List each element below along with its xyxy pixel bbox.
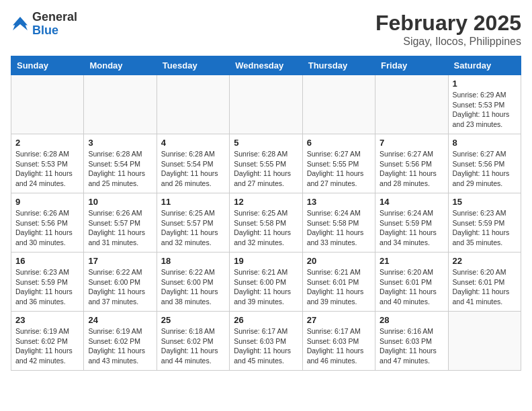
day-number: 1 — [453, 79, 517, 89]
page-header: General Blue February 2025 Sigay, Ilocos… — [11, 11, 521, 48]
day-number: 14 — [380, 197, 443, 207]
day-info: Sunrise: 6:28 AM Sunset: 5:55 PM Dayligh… — [234, 149, 298, 189]
day-number: 13 — [307, 197, 371, 207]
weekday-header-row: SundayMondayTuesdayWednesdayThursdayFrid… — [11, 56, 521, 75]
calendar-week-row: 9Sunrise: 6:26 AM Sunset: 5:56 PM Daylig… — [11, 193, 521, 253]
day-info: Sunrise: 6:21 AM Sunset: 6:00 PM Dayligh… — [234, 267, 298, 307]
logo-blue: Blue — [32, 24, 58, 37]
logo-text: General Blue — [32, 11, 77, 38]
calendar-cell: 10Sunrise: 6:26 AM Sunset: 5:57 PM Dayli… — [84, 193, 157, 253]
calendar-week-row: 1Sunrise: 6:29 AM Sunset: 5:53 PM Daylig… — [11, 75, 521, 134]
calendar-cell: 15Sunrise: 6:23 AM Sunset: 5:59 PM Dayli… — [448, 193, 521, 253]
day-info: Sunrise: 6:26 AM Sunset: 5:57 PM Dayligh… — [88, 208, 152, 248]
calendar-cell: 17Sunrise: 6:22 AM Sunset: 6:00 PM Dayli… — [84, 253, 157, 312]
day-number: 20 — [307, 256, 371, 266]
day-number: 22 — [453, 256, 517, 266]
weekday-header-friday: Friday — [375, 56, 448, 75]
calendar-cell: 26Sunrise: 6:17 AM Sunset: 6:03 PM Dayli… — [230, 312, 302, 371]
day-number: 23 — [15, 315, 79, 325]
day-number: 28 — [380, 315, 443, 325]
title-block: February 2025 Sigay, Ilocos, Philippines — [375, 11, 521, 48]
calendar-cell — [230, 75, 302, 134]
calendar-week-row: 23Sunrise: 6:19 AM Sunset: 6:02 PM Dayli… — [11, 312, 521, 371]
day-info: Sunrise: 6:28 AM Sunset: 5:54 PM Dayligh… — [88, 149, 152, 189]
day-info: Sunrise: 6:28 AM Sunset: 5:54 PM Dayligh… — [161, 149, 225, 189]
calendar-week-row: 2Sunrise: 6:28 AM Sunset: 5:53 PM Daylig… — [11, 134, 521, 193]
calendar-cell: 21Sunrise: 6:20 AM Sunset: 6:01 PM Dayli… — [375, 253, 448, 312]
day-info: Sunrise: 6:22 AM Sunset: 6:00 PM Dayligh… — [161, 267, 225, 307]
weekday-header-sunday: Sunday — [11, 56, 84, 75]
day-info: Sunrise: 6:23 AM Sunset: 5:59 PM Dayligh… — [453, 208, 517, 248]
calendar-cell: 11Sunrise: 6:25 AM Sunset: 5:57 PM Dayli… — [157, 193, 229, 253]
day-number: 6 — [307, 138, 371, 148]
day-info: Sunrise: 6:20 AM Sunset: 6:01 PM Dayligh… — [453, 267, 517, 307]
day-info: Sunrise: 6:29 AM Sunset: 5:53 PM Dayligh… — [453, 90, 517, 130]
logo: General Blue — [11, 11, 77, 38]
calendar-cell: 7Sunrise: 6:27 AM Sunset: 5:56 PM Daylig… — [375, 134, 448, 193]
day-number: 7 — [380, 138, 443, 148]
calendar-cell — [302, 75, 375, 134]
day-number: 27 — [307, 315, 371, 325]
calendar-cell: 20Sunrise: 6:21 AM Sunset: 6:01 PM Dayli… — [302, 253, 375, 312]
calendar-cell — [448, 312, 521, 371]
calendar-cell: 25Sunrise: 6:18 AM Sunset: 6:02 PM Dayli… — [157, 312, 229, 371]
day-info: Sunrise: 6:17 AM Sunset: 6:03 PM Dayligh… — [307, 326, 371, 366]
svg-marker-0 — [13, 17, 28, 30]
weekday-header-tuesday: Tuesday — [157, 56, 229, 75]
day-number: 11 — [161, 197, 225, 207]
day-info: Sunrise: 6:16 AM Sunset: 6:03 PM Dayligh… — [380, 326, 443, 366]
day-number: 4 — [161, 138, 225, 148]
weekday-header-thursday: Thursday — [302, 56, 375, 75]
logo-icon — [11, 15, 30, 34]
calendar-cell: 2Sunrise: 6:28 AM Sunset: 5:53 PM Daylig… — [11, 134, 84, 193]
day-number: 24 — [88, 315, 152, 325]
day-number: 17 — [88, 256, 152, 266]
day-number: 19 — [234, 256, 298, 266]
month-title: February 2025 — [375, 11, 521, 36]
location-subtitle: Sigay, Ilocos, Philippines — [375, 36, 521, 48]
weekday-header-monday: Monday — [84, 56, 157, 75]
day-number: 16 — [15, 256, 79, 266]
day-info: Sunrise: 6:21 AM Sunset: 6:01 PM Dayligh… — [307, 267, 371, 307]
weekday-header-wednesday: Wednesday — [230, 56, 302, 75]
day-info: Sunrise: 6:19 AM Sunset: 6:02 PM Dayligh… — [88, 326, 152, 366]
day-info: Sunrise: 6:22 AM Sunset: 6:00 PM Dayligh… — [88, 267, 152, 307]
calendar-cell: 23Sunrise: 6:19 AM Sunset: 6:02 PM Dayli… — [11, 312, 84, 371]
day-number: 18 — [161, 256, 225, 266]
weekday-header-saturday: Saturday — [448, 56, 521, 75]
day-number: 12 — [234, 197, 298, 207]
calendar-cell: 27Sunrise: 6:17 AM Sunset: 6:03 PM Dayli… — [302, 312, 375, 371]
day-info: Sunrise: 6:25 AM Sunset: 5:58 PM Dayligh… — [234, 208, 298, 248]
day-info: Sunrise: 6:18 AM Sunset: 6:02 PM Dayligh… — [161, 326, 225, 366]
calendar-cell — [84, 75, 157, 134]
day-info: Sunrise: 6:27 AM Sunset: 5:56 PM Dayligh… — [453, 149, 517, 189]
calendar-cell: 14Sunrise: 6:24 AM Sunset: 5:59 PM Dayli… — [375, 193, 448, 253]
calendar-cell: 3Sunrise: 6:28 AM Sunset: 5:54 PM Daylig… — [84, 134, 157, 193]
calendar-cell: 16Sunrise: 6:23 AM Sunset: 5:59 PM Dayli… — [11, 253, 84, 312]
day-info: Sunrise: 6:28 AM Sunset: 5:53 PM Dayligh… — [15, 149, 79, 189]
day-number: 3 — [88, 138, 152, 148]
day-info: Sunrise: 6:26 AM Sunset: 5:56 PM Dayligh… — [15, 208, 79, 248]
day-info: Sunrise: 6:23 AM Sunset: 5:59 PM Dayligh… — [15, 267, 79, 307]
day-info: Sunrise: 6:20 AM Sunset: 6:01 PM Dayligh… — [380, 267, 443, 307]
calendar-cell: 22Sunrise: 6:20 AM Sunset: 6:01 PM Dayli… — [448, 253, 521, 312]
day-info: Sunrise: 6:17 AM Sunset: 6:03 PM Dayligh… — [234, 326, 298, 366]
calendar-cell: 19Sunrise: 6:21 AM Sunset: 6:00 PM Dayli… — [230, 253, 302, 312]
day-number: 9 — [15, 197, 79, 207]
calendar-cell: 5Sunrise: 6:28 AM Sunset: 5:55 PM Daylig… — [230, 134, 302, 193]
calendar-cell — [11, 75, 84, 134]
calendar-week-row: 16Sunrise: 6:23 AM Sunset: 5:59 PM Dayli… — [11, 253, 521, 312]
day-number: 26 — [234, 315, 298, 325]
calendar-cell: 18Sunrise: 6:22 AM Sunset: 6:00 PM Dayli… — [157, 253, 229, 312]
day-number: 5 — [234, 138, 298, 148]
calendar-cell: 12Sunrise: 6:25 AM Sunset: 5:58 PM Dayli… — [230, 193, 302, 253]
calendar-cell: 24Sunrise: 6:19 AM Sunset: 6:02 PM Dayli… — [84, 312, 157, 371]
day-number: 8 — [453, 138, 517, 148]
calendar-table: SundayMondayTuesdayWednesdayThursdayFrid… — [11, 56, 521, 371]
calendar-cell: 4Sunrise: 6:28 AM Sunset: 5:54 PM Daylig… — [157, 134, 229, 193]
logo-general: General — [32, 10, 77, 24]
calendar-cell: 9Sunrise: 6:26 AM Sunset: 5:56 PM Daylig… — [11, 193, 84, 253]
calendar-cell — [157, 75, 229, 134]
day-number: 10 — [88, 197, 152, 207]
day-info: Sunrise: 6:27 AM Sunset: 5:56 PM Dayligh… — [380, 149, 443, 189]
